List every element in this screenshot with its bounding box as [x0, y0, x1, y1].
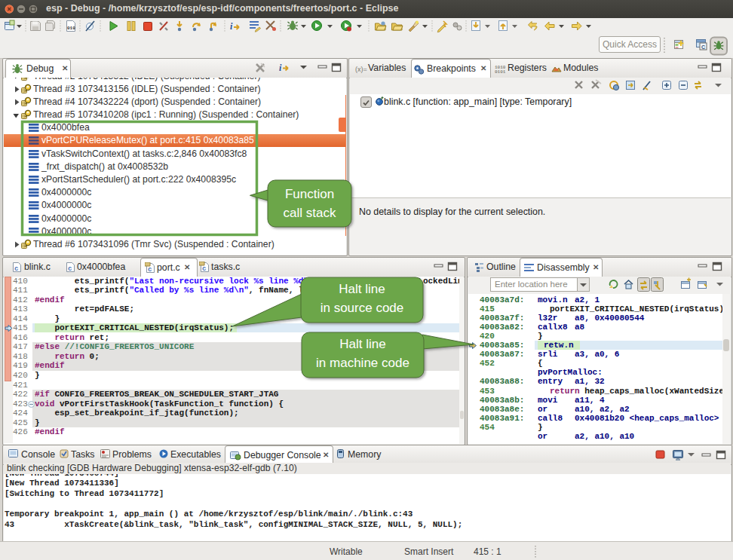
svg-text:i: i	[279, 63, 282, 73]
svg-text:i: i	[230, 21, 233, 32]
svg-text:010: 010	[67, 26, 75, 31]
svg-text:C: C	[701, 44, 705, 50]
